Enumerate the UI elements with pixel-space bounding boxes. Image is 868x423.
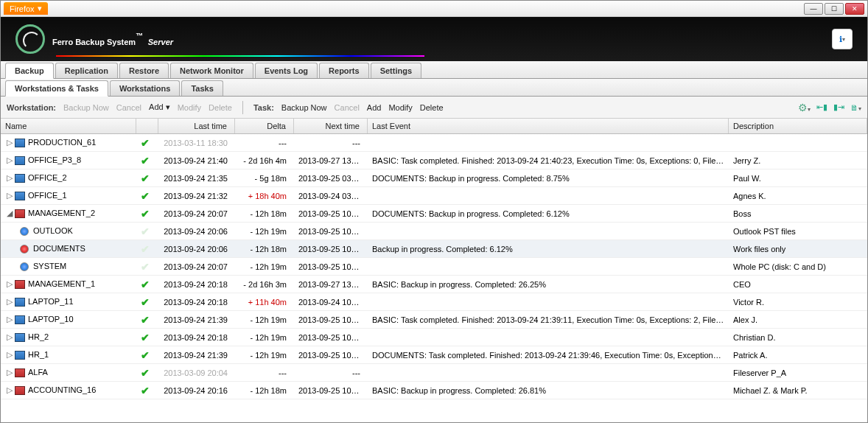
status-check-icon: ✔ xyxy=(141,137,150,149)
workstation-icon xyxy=(15,280,25,289)
task-row[interactable]: OUTLOOK✔2013-09-24 20:06- 12h 19m2013-09… xyxy=(1,223,867,240)
task-cancel[interactable]: Cancel xyxy=(335,103,360,112)
row-name: OFFICE_2 xyxy=(28,173,67,182)
tm-mark: ™ xyxy=(136,32,143,40)
workstation-row[interactable]: ▷HR_1✔2013-09-24 21:39- 12h 19m2013-09-2… xyxy=(1,346,867,364)
task-icon xyxy=(20,245,29,254)
task-delete[interactable]: Delete xyxy=(420,103,444,112)
status-check-icon: ✔ xyxy=(141,172,150,184)
expand-icon[interactable]: ▷ xyxy=(5,332,13,342)
task-add[interactable]: Add xyxy=(367,103,382,112)
tab-backup[interactable]: Backup xyxy=(5,63,54,79)
cell-delta: - 12h 18m xyxy=(235,385,294,396)
cell-lasttime: 2013-09-24 20:07 xyxy=(158,261,235,273)
tab-restore[interactable]: Restore xyxy=(119,63,169,78)
expand-icon[interactable]: ◢ xyxy=(5,209,13,218)
info-button[interactable]: ℹ▾ xyxy=(832,29,853,49)
workstation-row[interactable]: ▷LAPTOP_10✔2013-09-24 21:39- 12h 19m2013… xyxy=(1,311,867,329)
row-name: HR_2 xyxy=(28,332,49,341)
workstation-row[interactable]: ▷OFFICE_1✔2013-09-24 21:32+ 18h 40m2013-… xyxy=(1,187,867,205)
expand-icon[interactable]: ▷ xyxy=(5,368,13,377)
expand-icon[interactable]: ▷ xyxy=(5,173,13,183)
col-desc[interactable]: Description xyxy=(729,119,867,133)
workstation-row[interactable]: ▷ACCOUNTING_16✔2013-09-24 20:16- 12h 18m… xyxy=(1,382,867,399)
expand-icon[interactable]: ▷ xyxy=(5,297,13,307)
close-button[interactable]: ✕ xyxy=(845,3,864,15)
task-row[interactable]: DOCUMENTS✔2013-09-24 20:06- 12h 18m2013-… xyxy=(1,240,867,258)
maximize-button[interactable]: ☐ xyxy=(825,3,844,15)
task-row[interactable]: SYSTEM✔2013-09-24 20:07- 12h 19m2013-09-… xyxy=(1,258,867,276)
task-modify[interactable]: Modify xyxy=(388,103,412,112)
row-name: OFFICE_1 xyxy=(28,191,67,200)
cell-event: BASIC: Backup in progress. Completed: 26… xyxy=(368,279,729,290)
expand-icon[interactable]: ▷ xyxy=(5,191,13,200)
ws-backup-now[interactable]: Backup Now xyxy=(63,103,109,112)
col-name[interactable]: Name xyxy=(1,119,136,133)
cell-lasttime: 2013-09-24 20:16 xyxy=(158,385,235,396)
cell-delta: + 18h 40m xyxy=(235,190,294,202)
minimize-button[interactable]: — xyxy=(804,3,823,15)
col-nexttime[interactable]: Next time xyxy=(294,119,368,133)
subtab-tasks[interactable]: Tasks xyxy=(181,80,223,96)
cell-nexttime: 2013-09-25 10:00 xyxy=(294,332,368,343)
tab-events-log[interactable]: Events Log xyxy=(255,63,318,78)
cell-lasttime: 2013-09-24 20:18 xyxy=(158,279,235,290)
main-tabstrip: BackupReplicationRestoreNetwork MonitorE… xyxy=(1,61,867,79)
workstation-row[interactable]: ▷PRODUCTION_61✔2013-03-11 18:30------ xyxy=(1,134,867,152)
status-check-icon: ✔ xyxy=(141,349,150,361)
expand-icon[interactable]: ▷ xyxy=(5,279,13,289)
workstation-row[interactable]: ▷ALFA✔2013-03-09 20:04------Fileserver P… xyxy=(1,364,867,382)
expand-icon[interactable]: ▷ xyxy=(5,350,13,360)
col-status[interactable] xyxy=(136,119,158,133)
collapse-all-icon[interactable]: ⇤▮ xyxy=(816,102,827,112)
expand-icon[interactable]: ▷ xyxy=(5,138,13,147)
ws-delete[interactable]: Delete xyxy=(209,103,232,112)
cell-event: BASIC: Task completed. Finished: 2013-09… xyxy=(368,314,729,326)
workstation-row[interactable]: ▷HR_2✔2013-09-24 20:18- 12h 19m2013-09-2… xyxy=(1,329,867,346)
expand-all-icon[interactable]: ▮⇥ xyxy=(833,102,844,112)
cell-desc: Fileserver P_A xyxy=(729,367,867,379)
tab-replication[interactable]: Replication xyxy=(55,63,118,78)
workstation-icon xyxy=(15,298,25,307)
workstation-row[interactable]: ▷LAPTOP_11✔2013-09-24 20:18+ 11h 40m2013… xyxy=(1,293,867,311)
workstation-icon xyxy=(15,139,25,147)
caret-down-icon: ▾ xyxy=(166,102,170,111)
tab-settings[interactable]: Settings xyxy=(371,63,421,78)
cell-desc: Victor R. xyxy=(729,296,867,308)
expand-icon[interactable]: ▷ xyxy=(5,385,13,395)
row-name: LAPTOP_11 xyxy=(28,297,74,306)
expand-icon[interactable]: ▷ xyxy=(5,155,13,165)
workstation-row[interactable]: ▷OFFICE_P3_8✔2013-09-24 21:40- 2d 16h 4m… xyxy=(1,152,867,169)
workstation-row[interactable]: ▷MANAGEMENT_1✔2013-09-24 20:18- 2d 16h 3… xyxy=(1,276,867,293)
export-icon[interactable]: 🗎▾ xyxy=(850,103,861,112)
ws-add[interactable]: Add ▾ xyxy=(149,102,170,112)
cell-desc: Boss xyxy=(729,208,867,220)
status-check-icon: ✔ xyxy=(141,314,150,326)
workstation-icon xyxy=(15,156,25,165)
col-delta[interactable]: Delta xyxy=(235,119,294,133)
tab-network-monitor[interactable]: Network Monitor xyxy=(170,63,253,78)
task-icon xyxy=(20,227,29,236)
row-name: DOCUMENTS xyxy=(33,244,85,253)
firefox-menu-button[interactable]: Firefox ▾ xyxy=(4,2,48,15)
ws-modify[interactable]: Modify xyxy=(178,103,201,112)
expand-icon[interactable]: ▷ xyxy=(5,315,13,324)
status-check-icon: ✔ xyxy=(141,279,150,290)
workstation-row[interactable]: ▷OFFICE_2✔2013-09-24 21:35- 5g 18m2013-0… xyxy=(1,169,867,187)
col-event[interactable]: Last Event xyxy=(368,119,729,133)
task-backup-now[interactable]: Backup Now xyxy=(281,103,327,112)
subtab-workstations[interactable]: Workstations xyxy=(110,80,180,96)
cell-delta: + 11h 40m xyxy=(235,296,294,308)
subtab-workstations-tasks[interactable]: Workstations & Tasks xyxy=(5,80,108,97)
workstation-row[interactable]: ◢MANAGEMENT_2✔2013-09-24 20:07- 12h 18m2… xyxy=(1,205,867,223)
cell-desc: Work files only xyxy=(729,243,867,255)
cell-event: BASIC: Task completed. Finished: 2013-09… xyxy=(368,155,729,167)
cell-nexttime: --- xyxy=(294,137,368,149)
gear-icon[interactable]: ⚙▾ xyxy=(798,102,811,113)
ws-cancel[interactable]: Cancel xyxy=(116,103,141,112)
tab-reports[interactable]: Reports xyxy=(319,63,369,78)
col-lasttime[interactable]: Last time xyxy=(158,119,235,133)
cell-nexttime: 2013-09-24 03:00 xyxy=(294,190,368,202)
cell-lasttime: 2013-09-24 20:07 xyxy=(158,208,235,220)
cell-lasttime: 2013-09-24 20:18 xyxy=(158,296,235,308)
